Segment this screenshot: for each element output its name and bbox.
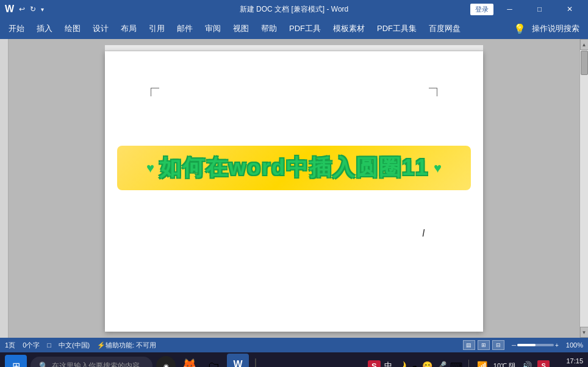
clock-display: 17:15 2022/3/20 xyxy=(553,357,583,367)
ime-moon-icon[interactable]: 🌙 xyxy=(396,361,406,367)
text-cursor: I xyxy=(422,228,425,239)
tab-design[interactable]: 设计 xyxy=(87,20,115,38)
vertical-scrollbar[interactable]: ▲ ▼ xyxy=(579,39,588,338)
word-count: 0个字 xyxy=(23,341,40,350)
corner-mark-tr xyxy=(429,88,437,96)
tab-review[interactable]: 审阅 xyxy=(199,20,227,38)
taskbar-right: S 中 🌙 ☁ 😊 🎤 ⌨ 📶 10℃ 阴 🔊 S 17:15 2022/3/2… xyxy=(368,357,583,367)
start-button[interactable]: ⊞ xyxy=(5,355,27,367)
taskbar-app-circle[interactable]: ◉ xyxy=(156,356,176,367)
zoom-out-btn[interactable]: ─ xyxy=(512,342,516,349)
zoom-slider[interactable]: ─ + xyxy=(512,342,559,349)
taskbar-right-separator xyxy=(468,360,469,367)
status-bar: 1页 0个字 □ 中文(中国) ⚡辅助功能: 不可用 ▤ ⊞ ⊟ ─ + 100… xyxy=(0,338,588,352)
ime-systray-icon[interactable]: S xyxy=(537,360,550,367)
scroll-track[interactable] xyxy=(580,50,589,327)
view-read-btn[interactable]: ⊟ xyxy=(492,340,504,350)
maximize-button[interactable]: □ xyxy=(526,0,553,18)
taskbar-app-firefox[interactable]: 🦊 xyxy=(178,354,200,368)
banner-text: 如何在word中插入圆圈11 xyxy=(159,153,429,183)
weather-display: 10℃ 阴 xyxy=(493,362,515,368)
taskbar-search[interactable]: 🔍 在这里输入你要搜索的内容 xyxy=(30,357,152,367)
temperature: 10℃ 阴 xyxy=(493,362,515,368)
speaker-icon[interactable]: 🔊 xyxy=(519,358,534,367)
taskbar-app-word[interactable]: W xyxy=(227,354,249,368)
ime-keyboard-icon[interactable]: ⌨ xyxy=(450,361,462,367)
quick-save-icon[interactable]: ↩ xyxy=(19,5,25,13)
zoom-in-btn[interactable]: + xyxy=(555,342,559,349)
taskbar-search-placeholder: 在这里输入你要搜索的内容 xyxy=(52,361,140,368)
clock-time: 17:15 xyxy=(553,357,583,366)
tab-view[interactable]: 视图 xyxy=(227,20,255,38)
tab-pdf-tools[interactable]: PDF工具 xyxy=(283,20,327,38)
taskbar-separator xyxy=(255,358,256,367)
document-area[interactable]: ♥ 如何在word中插入圆圈11 ♥ I xyxy=(9,39,579,338)
lightbulb-icon[interactable]: 💡 xyxy=(514,23,526,35)
taskbar-search-icon: 🔍 xyxy=(39,362,48,367)
ime-chinese[interactable]: 中 xyxy=(384,360,392,367)
ime-indicator[interactable]: S xyxy=(368,360,381,368)
scroll-thumb[interactable] xyxy=(581,51,588,75)
ime-mic-icon[interactable]: 🎤 xyxy=(436,361,446,367)
language: 中文(中国) xyxy=(59,341,90,350)
ime-label: S xyxy=(371,362,377,368)
page-count: 1页 xyxy=(5,341,15,350)
tab-mailings[interactable]: 邮件 xyxy=(171,20,199,38)
banner-deco-right: ♥ xyxy=(434,160,442,176)
corner-mark-tl xyxy=(151,88,159,96)
scroll-down-button[interactable]: ▼ xyxy=(580,327,589,338)
vertical-ruler xyxy=(0,39,9,338)
scroll-up-button[interactable]: ▲ xyxy=(580,39,589,50)
zoom-level: 100% xyxy=(566,341,583,349)
ime-face-icon[interactable]: 😊 xyxy=(422,361,432,367)
doc-status-icon: □ xyxy=(47,341,51,349)
zoom-fill xyxy=(517,344,536,346)
network-icon[interactable]: 📶 xyxy=(475,358,490,367)
title-bar-left: W ↩ ↻ ▾ xyxy=(5,4,44,15)
view-print-btn[interactable]: ▤ xyxy=(463,340,475,350)
tab-layout[interactable]: 布局 xyxy=(115,20,143,38)
accessibility-status: ⚡辅助功能: 不可用 xyxy=(97,341,156,350)
tab-draw[interactable]: 绘图 xyxy=(59,20,87,38)
dropdown-icon[interactable]: ▾ xyxy=(41,6,44,13)
tab-home[interactable]: 开始 xyxy=(2,20,30,38)
tab-templates[interactable]: 模板素材 xyxy=(327,20,371,38)
title-bar: W ↩ ↻ ▾ 新建 DOC 文档 [兼容模式] - Word 登录 ─ □ ✕ xyxy=(0,0,588,18)
view-web-btn[interactable]: ⊞ xyxy=(478,340,490,350)
redo-icon[interactable]: ↻ xyxy=(30,5,36,13)
tab-baidu[interactable]: 百度网盘 xyxy=(423,20,467,38)
ime-cloud-icon[interactable]: ☁ xyxy=(410,361,418,367)
taskbar-app-files[interactable]: 🗂 xyxy=(203,355,224,367)
tab-insert[interactable]: 插入 xyxy=(30,20,59,38)
search-help[interactable]: 操作说明搜索 xyxy=(526,20,586,38)
tab-references[interactable]: 引用 xyxy=(143,20,171,38)
banner-deco-left: ♥ xyxy=(146,160,154,176)
tab-help[interactable]: 帮助 xyxy=(255,20,283,38)
close-button[interactable]: ✕ xyxy=(556,0,583,18)
minimize-button[interactable]: ─ xyxy=(496,0,523,18)
login-button[interactable]: 登录 xyxy=(470,4,493,15)
horizontal-ruler xyxy=(105,45,483,51)
taskbar: ⊞ 🔍 在这里输入你要搜索的内容 ◉ 🦊 🗂 W xyxy=(0,352,588,367)
tab-pdf-toolset[interactable]: PDF工具集 xyxy=(371,20,423,38)
window-controls: 登录 ─ □ ✕ xyxy=(470,0,583,18)
zoom-track[interactable] xyxy=(517,344,554,346)
taskbar-apps: ◉ 🦊 🗂 W xyxy=(156,354,249,368)
word-logo-icon: W xyxy=(5,4,14,15)
main-area: ♥ 如何在word中插入圆圈11 ♥ I ▲ ▼ xyxy=(0,39,588,338)
view-controls: ▤ ⊞ ⊟ xyxy=(463,340,504,350)
window-title: 新建 DOC 文档 [兼容模式] - Word xyxy=(240,4,348,15)
document-page[interactable]: ♥ 如何在word中插入圆圈11 ♥ I xyxy=(105,51,483,332)
ribbon-tabs: 开始 插入 绘图 设计 布局 引用 邮件 审阅 视图 帮助 PDF工具 模板素材… xyxy=(0,18,588,39)
banner-element: ♥ 如何在word中插入圆圈11 ♥ xyxy=(117,146,471,190)
